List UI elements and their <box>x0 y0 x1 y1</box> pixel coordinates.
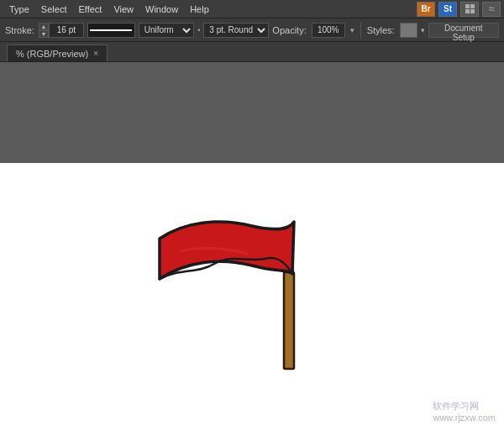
opacity-label: Opacity: <box>272 25 306 35</box>
canvas-gray-area <box>0 62 504 163</box>
stroke-input[interactable] <box>49 23 84 38</box>
opacity-input[interactable] <box>312 23 345 38</box>
stroke-spinner-group: ▲ ▼ <box>39 23 84 38</box>
opacity-arrow: ▾ <box>350 26 354 34</box>
menu-help[interactable]: Help <box>184 3 215 16</box>
tab-close-button[interactable]: × <box>93 49 98 58</box>
menu-effect[interactable]: Effect <box>72 3 108 16</box>
stroke-line-preview <box>87 23 135 38</box>
tab-label: % (RGB/Preview) <box>16 49 88 59</box>
stroke-down-button[interactable]: ▼ <box>39 30 49 38</box>
menu-right-icons: Br St ≈ <box>417 2 501 17</box>
flag-container <box>134 205 370 373</box>
stroke-up-button[interactable]: ▲ <box>39 23 49 30</box>
flag-svg <box>134 205 370 373</box>
document-setup-button[interactable]: Document Setup <box>428 23 499 38</box>
art-area: 软件学习网 www.rjzxw.com <box>0 163 504 431</box>
wifi-icon: ≈ <box>488 3 494 15</box>
grid-icon <box>465 4 475 13</box>
watermark-line1: 软件学习网 <box>433 400 496 413</box>
watermark: 软件学习网 www.rjzxw.com <box>433 400 496 423</box>
wifi-icon-button[interactable]: ≈ <box>482 2 501 17</box>
stroke-type-select[interactable]: Uniform <box>139 23 195 38</box>
bridge-icon-button[interactable]: Br <box>417 2 435 17</box>
styles-swatch[interactable] <box>400 23 417 38</box>
flag-pole <box>284 272 294 369</box>
stroke-spinner[interactable]: ▲ ▼ <box>39 23 49 38</box>
tab-bar: % (RGB/Preview) × <box>0 42 504 62</box>
toolbar: Stroke: ▲ ▼ Uniform • 3 pt. Round Opacit… <box>0 18 504 42</box>
styles-label: Styles: <box>367 25 395 35</box>
toolbar-separator <box>360 22 361 39</box>
menu-window[interactable]: Window <box>139 3 184 16</box>
stock-icon-button[interactable]: St <box>438 2 457 17</box>
menu-view[interactable]: View <box>108 3 139 16</box>
menu-select[interactable]: Select <box>35 3 73 16</box>
styles-arrow: ▾ <box>421 26 425 34</box>
grid-icon-button[interactable] <box>460 2 479 17</box>
watermark-line2: www.rjzxw.com <box>433 413 496 423</box>
dot-separator: • <box>197 26 200 34</box>
menu-type[interactable]: Type <box>3 3 35 16</box>
stroke-line-inner <box>90 29 132 31</box>
brush-size-select[interactable]: 3 pt. Round <box>203 23 269 38</box>
tab-rgb-preview[interactable]: % (RGB/Preview) × <box>7 45 108 61</box>
menu-bar: Type Select Effect View Window Help Br S… <box>0 0 504 18</box>
stroke-label: Stroke: <box>5 25 34 35</box>
